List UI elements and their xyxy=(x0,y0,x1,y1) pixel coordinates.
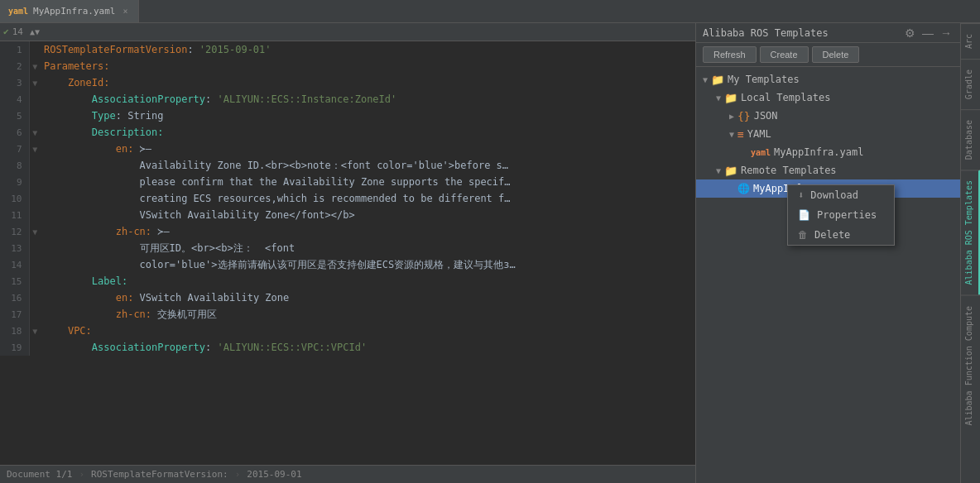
properties-icon: 📄 xyxy=(798,209,810,221)
tree-node-yaml-file[interactable]: yaml MyAppInfra.yaml xyxy=(696,143,960,161)
code-line-10: 10 creating ECS resources,which is recom… xyxy=(0,190,695,207)
file-tab[interactable]: yaml MyAppInfra.yaml × xyxy=(0,0,139,22)
panel-arrow-button[interactable]: → xyxy=(939,26,954,40)
panel-close-button[interactable]: — xyxy=(920,26,935,40)
panel-title-bar: Alibaba ROS Templates ⚙ — → xyxy=(696,23,960,43)
tree-area: ▼ 📁 My Templates ▼ 📁 Local Templates ▶ {… xyxy=(696,67,960,483)
code-line-15: 15 Label: xyxy=(0,273,695,289)
code-line-6: 6 ▼ Description: xyxy=(0,124,695,141)
code-line-18: 18 ▼ VPC: xyxy=(0,323,695,339)
line-count: 14 xyxy=(12,26,23,37)
tree-node-remote-templates[interactable]: ▼ 📁 Remote Templates xyxy=(696,161,960,179)
download-icon: ⬇ xyxy=(798,189,804,201)
panel-actions: ⚙ — → xyxy=(903,26,954,40)
ctx-properties-label: Properties xyxy=(817,209,877,221)
local-templates-label: Local Templates xyxy=(741,92,830,103)
status-bar: Document 1/1 › ROSTemplateFormatVersion:… xyxy=(0,465,695,483)
code-line-19: 19 AssociationProperty: 'ALIYUN::ECS::VP… xyxy=(0,339,695,356)
code-line-9: 9 please confirm that the Availability Z… xyxy=(0,174,695,190)
create-button[interactable]: Create xyxy=(760,46,809,63)
status-sep2: › xyxy=(235,469,241,480)
panel-title: Alibaba ROS Templates xyxy=(703,27,829,39)
yaml-icon: yaml xyxy=(8,7,28,16)
status-doc: Document 1/1 xyxy=(7,469,72,480)
tab-label: MyAppInfra.yaml xyxy=(33,6,115,17)
editor-content[interactable]: 1 ROSTemplateFormatVersion: '2015-09-01'… xyxy=(0,41,695,465)
code-line-5: 5 Type: String xyxy=(0,108,695,124)
ros-templates-panel: Alibaba ROS Templates ⚙ — → Refresh Crea… xyxy=(695,23,960,483)
ctx-download[interactable]: ⬇ Download xyxy=(788,185,894,205)
code-line-3: 3 ▼ ZoneId: xyxy=(0,74,695,91)
code-line-4: 4 AssociationProperty: 'ALIYUN::ECS::Ins… xyxy=(0,91,695,108)
side-tab-arc[interactable]: Arc xyxy=(961,23,980,59)
tree-node-my-templates[interactable]: ▼ 📁 My Templates xyxy=(696,70,960,88)
checkmark-icon: ✔ xyxy=(3,26,9,37)
my-templates-label: My Templates xyxy=(728,74,800,85)
ctx-delete-icon: 🗑 xyxy=(798,229,808,241)
tree-node-json[interactable]: ▶ {} JSON xyxy=(696,107,960,125)
side-tab-database[interactable]: Database xyxy=(961,109,980,170)
side-tab-ros[interactable]: Alibaba ROS Templates xyxy=(961,170,980,294)
ctx-delete-label: Delete xyxy=(814,229,850,241)
right-side: Alibaba ROS Templates ⚙ — → Refresh Crea… xyxy=(695,23,980,483)
code-line-1: 1 ROSTemplateFormatVersion: '2015-09-01' xyxy=(0,41,695,58)
code-line-17: 17 zh-cn: 交换机可用区 xyxy=(0,306,695,323)
code-line-7: 7 ▼ en: ≻— xyxy=(0,141,695,157)
context-menu: ⬇ Download 📄 Properties 🗑 Delete xyxy=(787,184,895,246)
tree-node-yaml[interactable]: ▼ ≡ YAML xyxy=(696,125,960,143)
side-tabs: Arc Gradle Database Alibaba ROS Template… xyxy=(960,23,980,483)
code-line-12: 12 ▼ zh-cn: ≻— xyxy=(0,223,695,240)
toolbar-arrows[interactable]: ▲▼ xyxy=(30,27,40,36)
ctx-delete[interactable]: 🗑 Delete xyxy=(788,225,894,245)
code-line-8: 8 Availability Zone ID.<br><b>note：<font… xyxy=(0,157,695,174)
side-tab-function-compute[interactable]: Alibaba Function Compute xyxy=(961,295,980,436)
status-breadcrumb2: 2015-09-01 xyxy=(247,469,301,480)
panel-settings-button[interactable]: ⚙ xyxy=(903,26,917,40)
editor-toolbar: ✔ 14 ▲▼ xyxy=(0,23,695,41)
tab-bar: yaml MyAppInfra.yaml × xyxy=(0,0,980,23)
panel-toolbar: Refresh Create Delete xyxy=(696,43,960,67)
code-line-2: 2 ▼ Parameters: xyxy=(0,58,695,74)
delete-button[interactable]: Delete xyxy=(812,46,860,63)
yaml-file-label: MyAppInfra.yaml xyxy=(774,146,863,158)
code-line-14: 14 color='blue'>选择前请确认该可用区是否支持创建ECS资源的规格… xyxy=(0,256,695,273)
main-area: ✔ 14 ▲▼ 1 ROSTemplateFormatVersion: '201… xyxy=(0,23,980,483)
side-tab-gradle[interactable]: Gradle xyxy=(961,59,980,109)
toolbar-info: ✔ 14 ▲▼ xyxy=(3,26,40,37)
code-line-16: 16 en: VSwitch Availability Zone xyxy=(0,289,695,306)
tab-close-button[interactable]: × xyxy=(120,6,130,17)
code-line-13: 13 可用区ID。<br><b>注： <font xyxy=(0,240,695,256)
status-sep1: › xyxy=(79,469,84,480)
remote-templates-label: Remote Templates xyxy=(741,165,837,176)
status-breadcrumb1: ROSTemplateFormatVersion: xyxy=(91,469,228,480)
editor-area: ✔ 14 ▲▼ 1 ROSTemplateFormatVersion: '201… xyxy=(0,23,695,483)
code-line-11: 11 VSwitch Availability Zone</font></b> xyxy=(0,207,695,223)
tree-node-local-templates[interactable]: ▼ 📁 Local Templates xyxy=(696,88,960,107)
yaml-label: YAML xyxy=(747,128,771,140)
json-label: JSON xyxy=(754,110,778,122)
refresh-button[interactable]: Refresh xyxy=(703,46,757,63)
ctx-download-label: Download xyxy=(810,189,858,201)
ctx-properties[interactable]: 📄 Properties xyxy=(788,205,894,225)
code-table: 1 ROSTemplateFormatVersion: '2015-09-01'… xyxy=(0,41,695,356)
